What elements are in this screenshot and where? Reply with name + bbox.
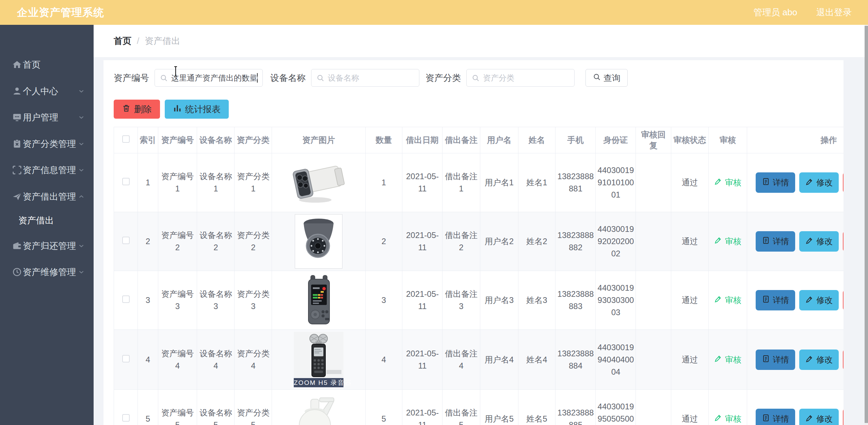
edit-button[interactable]: 修改 [799,172,839,193]
column-header: 审核回复 [636,127,671,153]
audit-link[interactable]: 审核 [714,176,741,189]
category-label: 资产分类 [425,72,461,84]
row-checkbox[interactable] [122,414,130,422]
cell-device-name: 设备名称1 [197,153,235,212]
sidebar-item-1[interactable]: 首页 [0,51,94,78]
send-icon [12,191,22,202]
delete-row-button[interactable]: 删除 [843,350,843,370]
logout-link[interactable]: 退出登录 [816,6,852,18]
device-name-input[interactable]: 设备名称 [311,69,419,87]
cell-name: 姓名4 [518,330,556,390]
sidebar-item-7[interactable]: 资产归还管理 [0,233,94,259]
cell-actions: 详情修改删除 [747,390,844,425]
row-checkbox[interactable] [122,237,130,244]
cell-actions: 详情修改删除 [747,153,844,212]
detail-button[interactable]: 详情 [756,290,795,310]
detail-button[interactable]: 详情 [756,409,795,425]
cell-checkbox [114,271,138,330]
sidebar-subitem-资产借出[interactable]: 资产借出 [0,207,94,234]
query-button[interactable]: 查询 [585,69,628,87]
cell-audit-status: 通过 [671,330,709,390]
query-button-label: 查询 [604,72,621,84]
page-scrollbar[interactable] [865,25,868,425]
cell-name: 姓名3 [518,271,556,330]
edit-button[interactable]: 修改 [799,409,839,425]
asset-image-caption: ZOOM H5 录音器 [294,378,343,387]
edit-button[interactable]: 修改 [799,231,839,252]
cell-audit[interactable]: 审核 [709,271,747,330]
breadcrumb-home[interactable]: 首页 [114,35,131,47]
current-user[interactable]: 管理员 abo [753,6,797,18]
cell-image [272,271,366,330]
cell-audit-status: 通过 [671,390,709,425]
cell-index: 4 [138,330,158,390]
cell-actions: 详情修改删除 [747,330,844,390]
detail-button[interactable]: 详情 [756,231,795,252]
row-checkbox[interactable] [122,178,130,185]
clipboard-icon [12,138,22,149]
delete-row-button[interactable]: 删除 [843,172,843,193]
delete-row-button[interactable]: 删除 [843,409,843,425]
edit-button[interactable]: 修改 [799,290,839,310]
select-all-checkbox[interactable] [122,135,130,143]
column-header: 借出备注 [443,127,480,153]
breadcrumb: 首页 / 资产借出 [114,35,180,47]
table-row: 5资产编号5设备名称5资产分类552021-05-11借出备注5用户名5姓名51… [114,390,844,425]
cell-phone: 13823888882 [556,212,596,271]
scrollbar-thumb[interactable] [865,26,868,423]
audit-link[interactable]: 审核 [714,413,741,425]
cell-category: 资产分类4 [235,330,272,390]
row-checkbox[interactable] [122,355,130,362]
cell-id-card: 440300199303030003 [596,271,636,330]
cell-lend-date: 2021-05-11 [402,212,443,271]
sidebar-item-3[interactable]: 用户管理 [0,104,94,131]
bar-chart-icon [173,104,182,115]
doc-icon [762,295,770,305]
header-checkbox-cell [114,127,138,153]
asset-no-input[interactable]: 这里通产资产借出的数量 [155,69,263,87]
cell-audit[interactable]: 审核 [709,153,747,212]
cell-audit[interactable]: 审核 [709,330,747,390]
column-header: 资产编号 [158,127,197,153]
delete-button[interactable]: 删除 [114,100,160,119]
search-icon [471,74,480,82]
sidebar-item-6[interactable]: 资产借出管理 [0,183,94,210]
clear-icon[interactable] [250,73,258,82]
column-header: 资产分类 [235,127,272,153]
sidebar-item-5[interactable]: 资产信息管理 [0,157,94,183]
cell-audit-reply [636,212,671,271]
sidebar-subitem-label: 资产借出 [18,215,54,226]
main-area: 首页 / 资产借出 资产编号 这里通产资产借出的数量 设备名称 设备名称 [94,25,865,425]
audit-link[interactable]: 审核 [714,294,741,306]
cell-audit[interactable]: 审核 [709,390,747,425]
cell-audit-status: 通过 [671,153,709,212]
detail-button[interactable]: 详情 [756,350,795,370]
chevron-down-icon [78,114,85,121]
sidebar-item-8[interactable]: 资产维修管理 [0,259,94,285]
pencil-icon [714,413,722,425]
delete-button-label: 删除 [134,103,152,115]
delete-row-button[interactable]: 删除 [843,231,843,252]
pencil-icon [805,295,814,305]
cell-id-card: 440300199505050005 [596,390,636,425]
audit-link[interactable]: 审核 [714,235,741,248]
cell-asset-no: 资产编号1 [158,153,197,212]
cell-category: 资产分类2 [235,212,272,271]
detail-button[interactable]: 详情 [756,172,795,193]
cell-quantity: 4 [366,330,402,390]
edit-button[interactable]: 修改 [799,350,839,370]
category-input[interactable]: 资产分类 [466,69,575,87]
sidebar-item-2[interactable]: 个人中心 [0,78,94,104]
delete-row-button[interactable]: 删除 [843,290,843,310]
report-button[interactable]: 统计报表 [165,100,229,119]
screen: 企业资产管理系统 管理员 abo 退出登录 首页个人中心用户管理资产分类管理资产… [0,0,868,425]
cell-audit[interactable]: 审核 [709,212,747,271]
device-name-placeholder: 设备名称 [328,73,359,83]
row-checkbox[interactable] [122,295,130,303]
audit-link[interactable]: 审核 [714,354,741,366]
wallet-icon [12,240,22,251]
cell-device-name: 设备名称2 [197,212,235,271]
pencil-icon [714,294,722,306]
sidebar-item-4[interactable]: 资产分类管理 [0,131,94,157]
cell-id-card: 440300199202020002 [596,212,636,271]
